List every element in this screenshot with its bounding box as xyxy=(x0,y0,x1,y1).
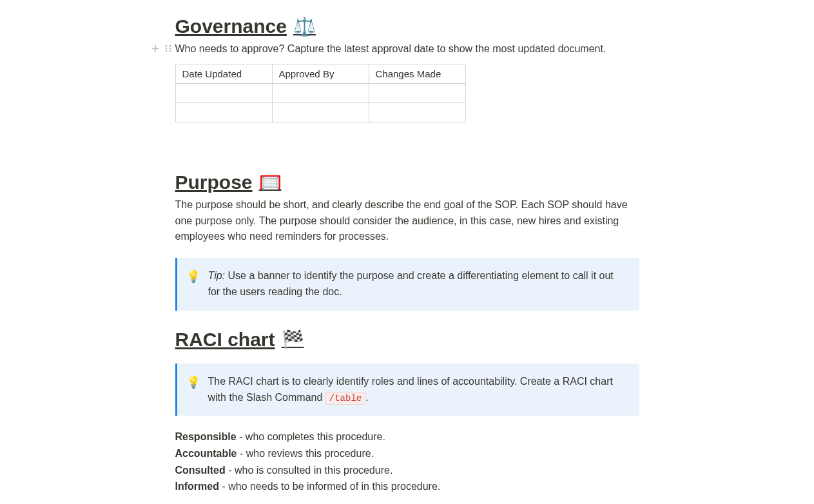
checkered-flag-icon: 🏁 xyxy=(282,329,304,350)
table-cell[interactable] xyxy=(369,83,465,102)
raci-heading[interactable]: RACI chart 🏁 xyxy=(175,329,639,351)
plus-icon xyxy=(151,44,160,53)
raci-role-desc: - who reviews this procedure. xyxy=(237,448,374,459)
svg-point-5 xyxy=(169,50,171,52)
raci-heading-text: RACI chart xyxy=(175,329,275,351)
table-cell[interactable] xyxy=(175,83,272,102)
tip-text: Use a banner to identify the purpose and… xyxy=(208,270,614,297)
add-block-button[interactable] xyxy=(150,43,161,54)
callout-content: The RACI chart is to clearly identify ro… xyxy=(208,374,628,406)
svg-point-0 xyxy=(165,45,167,47)
purpose-description[interactable]: The purpose should be short, and clearly… xyxy=(175,197,639,245)
svg-point-3 xyxy=(169,48,171,50)
raci-role-desc: - who needs to be informed of in this pr… xyxy=(219,481,440,492)
lightbulb-icon: 💡 xyxy=(186,374,200,406)
drag-handle[interactable] xyxy=(162,43,174,54)
slash-command-code: /table xyxy=(325,392,365,405)
governance-heading[interactable]: Governance ⚖️ xyxy=(175,15,639,37)
raci-role-label: Informed xyxy=(175,481,219,492)
governance-description[interactable]: Who needs to approve? Capture the latest… xyxy=(175,41,639,57)
callout-content: Tip: Use a banner to identify the purpos… xyxy=(208,268,628,300)
lightbulb-icon: 💡 xyxy=(186,268,200,300)
raci-callout-text-after: . xyxy=(365,392,368,403)
table-header-cell[interactable]: Changes Made xyxy=(369,64,465,83)
table-cell[interactable] xyxy=(369,102,465,122)
raci-callout-text-before: The RACI chart is to clearly identify ro… xyxy=(208,376,613,403)
balance-scale-icon: ⚖️ xyxy=(293,16,316,37)
table-row: Date Updated Approved By Changes Made xyxy=(175,64,465,83)
table-header-cell[interactable]: Date Updated xyxy=(175,64,272,83)
raci-role-label: Consulted xyxy=(175,465,226,476)
svg-point-1 xyxy=(169,45,171,47)
table-cell[interactable] xyxy=(272,83,369,102)
governance-heading-text: Governance xyxy=(175,15,287,37)
table-cell[interactable] xyxy=(272,102,369,122)
raci-role-label: Responsible xyxy=(175,431,237,442)
goal-net-icon: 🥅 xyxy=(259,171,282,193)
raci-role-desc: - who is consulted in this procedure. xyxy=(226,465,393,476)
purpose-heading-text: Purpose xyxy=(175,171,253,193)
purpose-tip-callout[interactable]: 💡 Tip: Use a banner to identify the purp… xyxy=(175,258,639,311)
table-row xyxy=(175,83,465,102)
table-row xyxy=(175,102,465,122)
raci-role-line[interactable]: Consulted - who is consulted in this pro… xyxy=(175,462,639,479)
raci-role-desc: - who completes this procedure. xyxy=(237,431,385,442)
raci-role-line[interactable]: Accountable - who reviews this procedure… xyxy=(175,445,639,462)
svg-point-2 xyxy=(165,48,167,50)
raci-callout[interactable]: 💡 The RACI chart is to clearly identify … xyxy=(175,363,639,416)
svg-point-4 xyxy=(165,50,167,52)
grip-icon xyxy=(164,44,172,53)
table-header-cell[interactable]: Approved By xyxy=(272,64,369,83)
governance-table[interactable]: Date Updated Approved By Changes Made xyxy=(175,64,466,122)
tip-label: Tip: xyxy=(208,270,226,281)
table-cell[interactable] xyxy=(175,102,272,122)
purpose-heading[interactable]: Purpose 🥅 xyxy=(175,171,639,193)
raci-role-line[interactable]: Responsible - who completes this procedu… xyxy=(175,429,639,445)
raci-role-line[interactable]: Informed - who needs to be informed of i… xyxy=(175,478,639,495)
raci-role-label: Accountable xyxy=(175,448,237,459)
